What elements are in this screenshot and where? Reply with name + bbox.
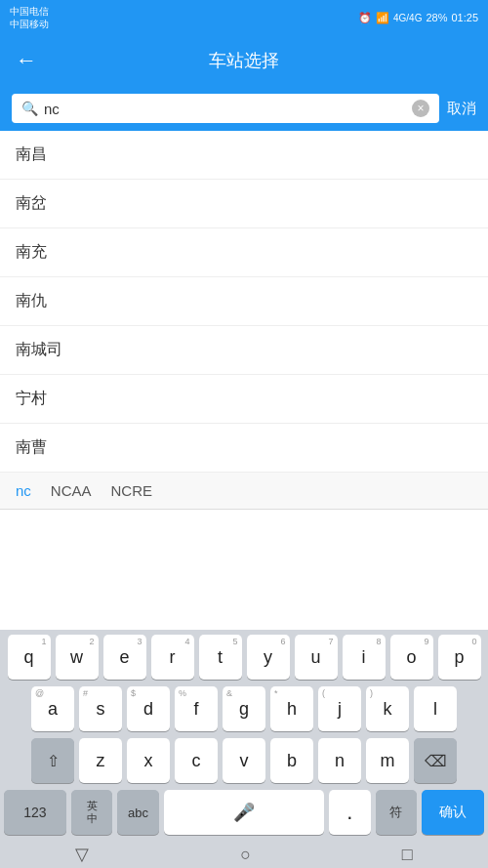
key-g[interactable]: &g (223, 686, 265, 731)
recents-icon[interactable]: □ (402, 845, 413, 865)
key-w[interactable]: 2w (56, 635, 99, 680)
cancel-button[interactable]: 取消 (447, 100, 476, 118)
key-x[interactable]: x (127, 738, 170, 783)
station-list: 南昌 南岔 南充 南仇 南城司 宁村 南曹 (0, 131, 488, 473)
list-item[interactable]: 南昌 (0, 131, 488, 180)
battery-level: 28% (426, 12, 447, 23)
keyboard-row-2: @a #s $d %f &g *h (j )k l (0, 682, 488, 733)
key-f[interactable]: %f (175, 686, 218, 731)
key-c[interactable]: c (175, 738, 218, 783)
shift-key[interactable]: ⇧ (31, 738, 74, 783)
key-q[interactable]: 1q (8, 635, 51, 680)
list-item[interactable]: 南仇 (0, 277, 488, 326)
header: ← 车站选择 (0, 35, 488, 86)
key-fu[interactable]: 符 (376, 790, 418, 835)
keyboard-row-4: 123 英中 abc 🎤 . 符 确认 (0, 785, 488, 841)
list-item[interactable]: 宁村 (0, 375, 488, 424)
key-o[interactable]: 9o (390, 635, 433, 680)
carrier1: 中国电信 (10, 5, 49, 18)
key-d[interactable]: $d (127, 686, 170, 731)
clock-icon: ⏰ (358, 12, 372, 24)
search-input-wrapper: 🔍 × (12, 94, 439, 123)
key-e[interactable]: 3e (103, 635, 146, 680)
key-u[interactable]: 7u (295, 635, 338, 680)
key-m[interactable]: m (366, 738, 409, 783)
keyboard-row-3: ⇧ z x c v b n m ⌫ (0, 733, 488, 785)
carrier2: 中国移动 (10, 18, 49, 30)
key-j[interactable]: (j (318, 686, 361, 731)
clear-button[interactable]: × (412, 100, 429, 117)
key-n[interactable]: n (318, 738, 361, 783)
back-button[interactable]: ← (16, 48, 37, 73)
key-k[interactable]: )k (366, 686, 409, 731)
key-h[interactable]: *h (270, 686, 313, 731)
key-a[interactable]: @a (31, 686, 74, 731)
carrier-info: 中国电信 中国移动 (10, 5, 49, 30)
keyboard: 1q 2w 3e 4r 5t 6y 7u 8i 9o 0p @a #s $d %… (0, 630, 488, 868)
mic-icon: 🎤 (233, 802, 255, 823)
status-right: ⏰ 📶 4G/4G 28% 01:25 (358, 12, 478, 24)
wifi-icon: 📶 (376, 12, 389, 24)
key-v[interactable]: v (223, 738, 265, 783)
delete-key[interactable]: ⌫ (414, 738, 457, 783)
key-y[interactable]: 6y (247, 635, 290, 680)
suggestions-row: nc NCAA NCRE (0, 473, 488, 510)
signal-icon: 4G/4G (393, 13, 422, 23)
back-nav-icon[interactable]: ▽ (75, 844, 89, 865)
key-t[interactable]: 5t (199, 635, 242, 680)
key-b[interactable]: b (270, 738, 313, 783)
key-p[interactable]: 0p (438, 635, 481, 680)
suggestion-ncre[interactable]: NCRE (111, 482, 153, 499)
list-item[interactable]: 南城司 (0, 326, 488, 375)
key-i[interactable]: 8i (343, 635, 386, 680)
key-dot[interactable]: . (329, 790, 371, 835)
key-s[interactable]: #s (79, 686, 122, 731)
bottom-nav-bar: ▽ ○ □ (0, 841, 488, 868)
key-abc[interactable]: abc (117, 790, 159, 835)
key-z[interactable]: z (79, 738, 122, 783)
home-icon[interactable]: ○ (240, 845, 251, 865)
key-r[interactable]: 4r (151, 635, 194, 680)
key-lang[interactable]: 英中 (71, 790, 113, 835)
suggestion-nc[interactable]: nc (16, 482, 31, 499)
search-input[interactable] (44, 101, 406, 117)
keyboard-row-1: 1q 2w 3e 4r 5t 6y 7u 8i 9o 0p (0, 630, 488, 682)
suggestion-ncaa[interactable]: NCAA (51, 482, 92, 499)
search-bar: 🔍 × 取消 (0, 86, 488, 131)
confirm-button[interactable]: 确认 (422, 790, 484, 835)
search-icon: 🔍 (21, 101, 38, 116)
key-l[interactable]: l (414, 686, 457, 731)
key-123[interactable]: 123 (4, 790, 66, 835)
key-space[interactable]: 🎤 (164, 790, 324, 835)
list-item[interactable]: 南曹 (0, 424, 488, 473)
list-item[interactable]: 南充 (0, 228, 488, 277)
time-display: 01:25 (451, 12, 478, 23)
list-item[interactable]: 南岔 (0, 180, 488, 228)
page-title: 车站选择 (209, 49, 279, 72)
status-bar: 中国电信 中国移动 ⏰ 📶 4G/4G 28% 01:25 (0, 0, 488, 35)
